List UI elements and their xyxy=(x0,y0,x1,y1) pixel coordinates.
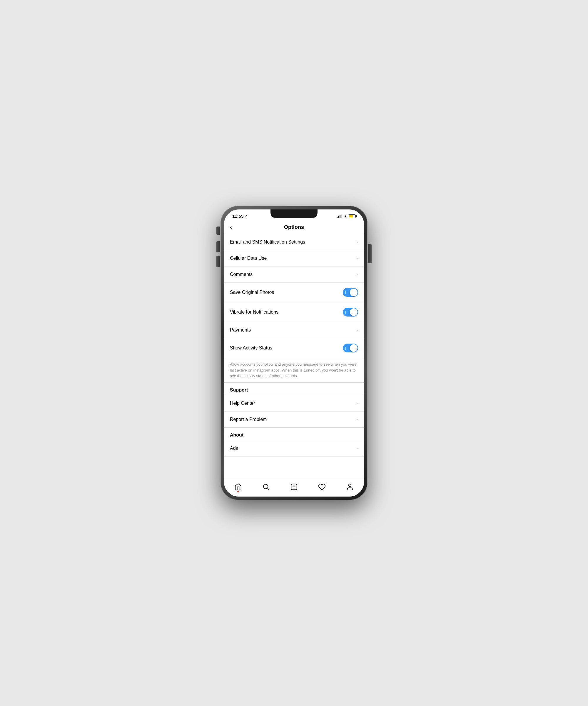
chevron-icon: › xyxy=(356,401,358,406)
profile-icon xyxy=(346,483,354,491)
volume-up-button[interactable] xyxy=(216,241,220,252)
chevron-icon: › xyxy=(356,256,358,261)
chevron-icon: › xyxy=(356,327,358,333)
tab-add[interactable] xyxy=(290,483,298,491)
home-tab-dot xyxy=(237,491,239,493)
comments-right: › xyxy=(356,272,358,277)
signal-icon xyxy=(337,214,342,218)
chevron-icon: › xyxy=(356,272,358,277)
settings-item-comments[interactable]: Comments › xyxy=(224,267,364,283)
navigation-bar: ‹ Options xyxy=(224,220,364,234)
status-icons: ▲ xyxy=(337,214,356,218)
ads-label: Ads xyxy=(230,446,238,451)
location-arrow-icon: ↗ xyxy=(245,214,248,218)
email-sms-right: › xyxy=(356,239,358,245)
tab-likes[interactable] xyxy=(318,483,326,491)
tab-profile[interactable] xyxy=(346,483,354,491)
save-photos-toggle[interactable]: | xyxy=(343,288,358,297)
settings-item-email-sms[interactable]: Email and SMS Notification Settings › xyxy=(224,234,364,250)
help-center-label: Help Center xyxy=(230,401,255,406)
tab-search[interactable] xyxy=(262,483,270,491)
vibrate-label: Vibrate for Notifications xyxy=(230,309,279,315)
report-problem-right: › xyxy=(356,417,358,422)
toggle-label-i: | xyxy=(345,346,346,350)
settings-item-report-problem[interactable]: Report a Problem › xyxy=(224,411,364,428)
settings-item-activity-status[interactable]: Show Activity Status | xyxy=(224,338,364,358)
wifi-icon: ▲ xyxy=(343,214,347,218)
add-icon xyxy=(290,483,298,491)
activity-status-description: Allow accounts you follow and anyone you… xyxy=(224,358,364,383)
toggle-knob xyxy=(350,308,358,316)
payments-right: › xyxy=(356,327,358,333)
home-icon xyxy=(234,483,242,491)
search-icon xyxy=(262,483,270,491)
settings-item-vibrate[interactable]: Vibrate for Notifications | xyxy=(224,303,364,322)
svg-point-5 xyxy=(349,484,351,486)
email-sms-label: Email and SMS Notification Settings xyxy=(230,239,305,245)
about-section-header: About xyxy=(224,428,364,440)
phone-frame: 11:55 ↗ ▲ ‹ Options xyxy=(220,206,368,500)
activity-status-label: Show Activity Status xyxy=(230,345,272,351)
vibrate-toggle[interactable]: | xyxy=(343,308,358,317)
chevron-icon: › xyxy=(356,239,358,245)
chevron-icon: › xyxy=(356,446,358,451)
chevron-icon: › xyxy=(356,417,358,422)
support-section-header: Support xyxy=(224,383,364,395)
cellular-label: Cellular Data Use xyxy=(230,256,267,261)
settings-list: Email and SMS Notification Settings › Ce… xyxy=(224,234,364,480)
phone-screen: 11:55 ↗ ▲ ‹ Options xyxy=(224,209,364,497)
battery-fill xyxy=(349,215,353,218)
battery-icon xyxy=(349,214,356,218)
volume-down-button[interactable] xyxy=(216,256,220,267)
settings-item-help-center[interactable]: Help Center › xyxy=(224,395,364,411)
activity-status-toggle[interactable]: | xyxy=(343,344,358,352)
time-display: 11:55 xyxy=(232,213,243,219)
tab-home[interactable] xyxy=(234,483,242,491)
report-problem-label: Report a Problem xyxy=(230,417,267,422)
svg-line-1 xyxy=(267,488,269,490)
mute-button[interactable] xyxy=(216,227,220,235)
power-button[interactable] xyxy=(368,244,372,263)
toggle-knob xyxy=(350,288,358,296)
cellular-right: › xyxy=(356,256,358,261)
page-title: Options xyxy=(242,224,346,230)
toggle-knob xyxy=(350,344,358,352)
save-photos-label: Save Original Photos xyxy=(230,290,274,295)
help-center-right: › xyxy=(356,401,358,406)
settings-item-ads[interactable]: Ads › xyxy=(224,440,364,457)
settings-item-save-photos[interactable]: Save Original Photos | xyxy=(224,283,364,303)
back-button[interactable]: ‹ xyxy=(230,223,242,231)
settings-item-cellular[interactable]: Cellular Data Use › xyxy=(224,250,364,267)
payments-label: Payments xyxy=(230,327,251,333)
tab-bar xyxy=(224,480,364,497)
toggle-label-i: | xyxy=(345,290,346,294)
heart-icon xyxy=(318,483,326,491)
ads-right: › xyxy=(356,446,358,451)
status-time: 11:55 ↗ xyxy=(232,213,248,219)
toggle-label-i: | xyxy=(345,310,346,314)
notch xyxy=(270,209,318,218)
comments-label: Comments xyxy=(230,272,253,277)
settings-item-payments[interactable]: Payments › xyxy=(224,322,364,338)
svg-point-0 xyxy=(263,484,268,488)
